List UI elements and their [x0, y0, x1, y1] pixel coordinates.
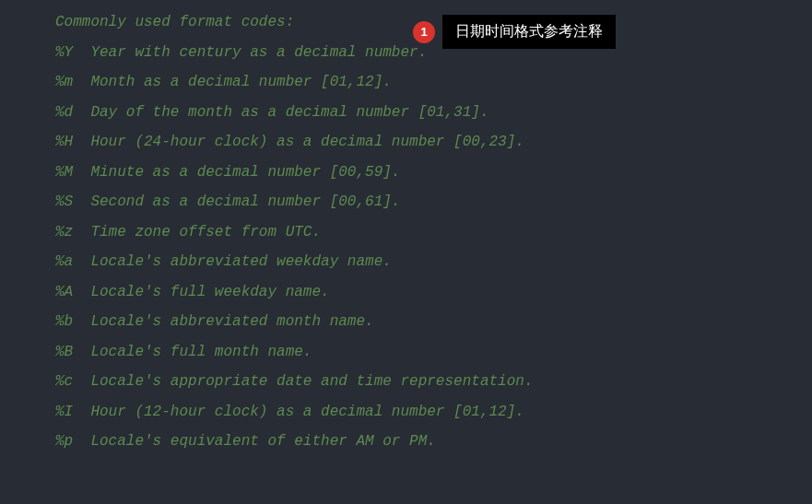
comment-line: %z Time zone offset from UTC.: [55, 217, 812, 248]
comment-line: %p Locale's equivalent of either AM or P…: [55, 427, 812, 457]
comment-line: %d Day of the month as a decimal number …: [55, 98, 812, 128]
comment-line: %M Minute as a decimal number [00,59].: [55, 158, 812, 188]
comment-line: %I Hour (12-hour clock) as a decimal num…: [55, 397, 812, 428]
annotation-number-badge: 1: [413, 21, 435, 43]
annotation-label: 日期时间格式参考注释: [442, 15, 616, 49]
comment-line: %H Hour (24-hour clock) as a decimal num…: [55, 127, 812, 158]
comment-line: %S Second as a decimal number [00,61].: [55, 187, 812, 217]
comment-line: %B Locale's full month name.: [55, 337, 812, 368]
code-comment-block: Commonly used format codes: %Y Year with…: [0, 0, 812, 457]
comment-line: %c Locale's appropriate date and time re…: [55, 367, 812, 397]
annotation-callout: 1 日期时间格式参考注释: [413, 15, 616, 49]
comment-line: %b Locale's abbreviated month name.: [55, 307, 812, 337]
comment-line: %A Locale's full weekday name.: [55, 277, 812, 308]
comment-line: %a Locale's abbreviated weekday name.: [55, 247, 812, 277]
comment-line: %m Month as a decimal number [01,12].: [55, 67, 812, 98]
